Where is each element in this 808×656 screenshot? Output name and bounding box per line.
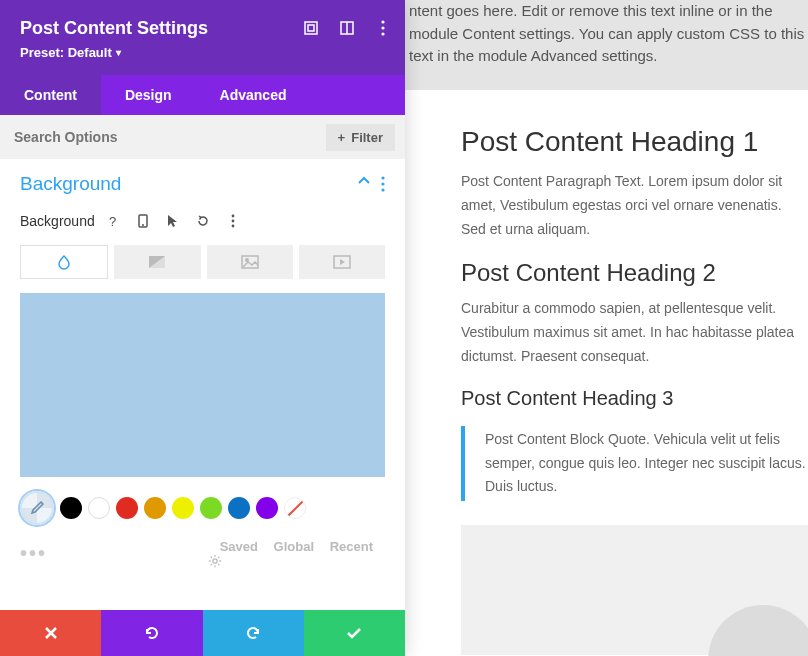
post-blockquote: Post Content Block Quote. Vehicula velit…: [461, 426, 808, 501]
filter-label: Filter: [351, 130, 383, 145]
image-placeholder: [461, 525, 808, 655]
tab-design[interactable]: Design: [101, 75, 196, 115]
post-paragraph-1: Post Content Paragraph Text. Lorem ipsum…: [461, 170, 808, 241]
color-swatch-orange[interactable]: [144, 497, 166, 519]
action-bar: [0, 610, 405, 656]
tab-bar: Content Design Advanced: [0, 75, 405, 115]
post-heading-1: Post Content Heading 1: [461, 126, 808, 158]
color-swatch-purple[interactable]: [256, 497, 278, 519]
gear-icon[interactable]: [208, 554, 385, 568]
tab-content[interactable]: Content: [0, 75, 101, 115]
svg-point-8: [381, 182, 384, 185]
svg-point-5: [381, 26, 384, 29]
eyedropper-button[interactable]: [20, 491, 54, 525]
color-swatch-red[interactable]: [116, 497, 138, 519]
color-palette: [20, 491, 385, 525]
svg-point-9: [381, 188, 384, 191]
undo-button[interactable]: [101, 610, 202, 656]
bg-tab-image[interactable]: [207, 245, 293, 279]
redo-button[interactable]: [203, 610, 304, 656]
more-dots-icon[interactable]: •••: [20, 542, 47, 565]
svg-point-6: [381, 32, 384, 35]
search-input[interactable]: [10, 123, 210, 151]
svg-point-4: [381, 20, 384, 23]
expand-icon[interactable]: [301, 18, 321, 38]
color-swatch-blue[interactable]: [228, 497, 250, 519]
color-swatch-none[interactable]: [284, 497, 306, 519]
caret-down-icon: ▾: [116, 47, 121, 58]
preset-selector[interactable]: Preset: Default ▾: [20, 45, 121, 60]
background-section: Background Background ?: [0, 159, 405, 610]
color-swatch-white[interactable]: [88, 497, 110, 519]
svg-point-17: [245, 259, 248, 262]
page-preview: ntent goes here. Edit or remove this tex…: [405, 0, 808, 656]
bg-type-tabs: [20, 245, 385, 279]
global-tab[interactable]: Global: [274, 539, 314, 554]
post-heading-3: Post Content Heading 3: [461, 387, 808, 410]
section-title[interactable]: Background: [20, 173, 121, 195]
color-swatch-green[interactable]: [200, 497, 222, 519]
cancel-button[interactable]: [0, 610, 101, 656]
placeholder-circle: [708, 605, 808, 656]
tab-advanced[interactable]: Advanced: [196, 75, 311, 115]
columns-icon[interactable]: [337, 18, 357, 38]
field-label: Background: [20, 213, 95, 229]
svg-rect-0: [305, 22, 317, 34]
bg-tab-video[interactable]: [299, 245, 385, 279]
help-icon[interactable]: ?: [101, 209, 125, 233]
section-kebab-icon[interactable]: [381, 176, 385, 192]
svg-point-13: [231, 220, 234, 223]
page-top-module[interactable]: ntent goes here. Edit or remove this tex…: [405, 0, 808, 90]
reset-icon[interactable]: [191, 209, 215, 233]
bg-tab-gradient[interactable]: [114, 245, 200, 279]
preset-label: Preset: Default: [20, 45, 112, 60]
field-kebab-icon[interactable]: [221, 209, 245, 233]
plus-icon: +: [338, 130, 346, 145]
panel-header: Post Content Settings Preset: Default ▾: [0, 0, 405, 75]
post-paragraph-2: Curabitur a commodo sapien, at pellentes…: [461, 297, 808, 368]
recent-tab[interactable]: Recent: [330, 539, 373, 554]
color-swatch-black[interactable]: [60, 497, 82, 519]
settings-panel: Post Content Settings Preset: Default ▾ …: [0, 0, 405, 656]
bg-tab-color[interactable]: [20, 245, 108, 279]
top-module-text: ntent goes here. Edit or remove this tex…: [405, 0, 808, 68]
svg-point-14: [231, 225, 234, 228]
svg-point-7: [381, 176, 384, 179]
svg-point-12: [231, 215, 234, 218]
save-button[interactable]: [304, 610, 405, 656]
search-row: + Filter: [0, 115, 405, 159]
svg-point-19: [212, 559, 216, 563]
filter-button[interactable]: + Filter: [326, 124, 395, 151]
device-icon[interactable]: [131, 209, 155, 233]
saved-tab[interactable]: Saved: [220, 539, 258, 554]
collapse-icon[interactable]: [357, 176, 371, 192]
color-swatch-yellow[interactable]: [172, 497, 194, 519]
kebab-menu-icon[interactable]: [373, 18, 393, 38]
svg-rect-1: [308, 25, 314, 31]
post-heading-2: Post Content Heading 2: [461, 259, 808, 287]
color-preview[interactable]: [20, 293, 385, 477]
hover-icon[interactable]: [161, 209, 185, 233]
